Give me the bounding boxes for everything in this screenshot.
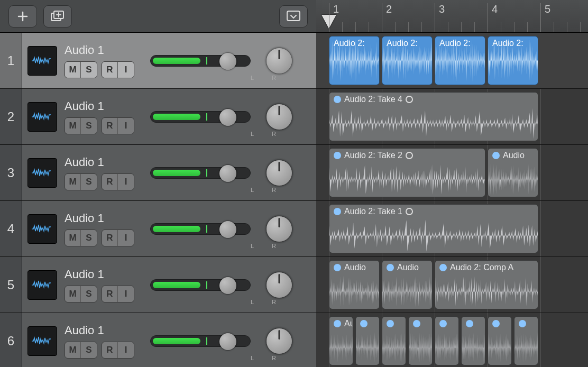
audio-clip[interactable]: Audio 2: xyxy=(329,36,380,85)
volume-fader[interactable] xyxy=(150,223,251,235)
solo-button[interactable]: S xyxy=(81,62,97,78)
input-button[interactable]: I xyxy=(118,62,134,78)
pan-label-left: L xyxy=(251,75,254,81)
fader-knob[interactable] xyxy=(219,277,236,294)
solo-button[interactable]: S xyxy=(81,230,97,246)
track-name[interactable]: Audio 1 xyxy=(65,99,134,113)
audio-clip[interactable]: Audio 2: xyxy=(382,36,433,85)
clip-label: Audio 2: Take 1 xyxy=(344,207,402,216)
arrange-row[interactable]: Audio 2: Take 2Audio xyxy=(316,145,588,201)
add-group-button[interactable] xyxy=(43,5,72,27)
mute-button[interactable]: M xyxy=(65,62,81,78)
track-row[interactable]: 4Audio 1MSRILR xyxy=(0,201,316,257)
mute-button[interactable]: M xyxy=(65,342,81,358)
volume-fader[interactable] xyxy=(150,55,251,67)
audio-clip[interactable]: Audio xyxy=(382,260,433,309)
pan-label-left: L xyxy=(251,299,254,305)
input-button[interactable]: I xyxy=(118,118,134,134)
input-button[interactable]: I xyxy=(118,174,134,190)
track-name[interactable]: Audio 1 xyxy=(65,324,134,337)
track-row[interactable]: 3Audio 1MSRILR xyxy=(0,145,316,201)
mute-button[interactable]: M xyxy=(65,286,81,302)
audio-clip[interactable]: Audio 2: Take 1 xyxy=(329,204,538,253)
pan-knob[interactable] xyxy=(267,328,292,354)
solo-button[interactable]: S xyxy=(81,174,97,190)
audio-clip[interactable]: Audio xyxy=(329,260,380,309)
add-track-button[interactable] xyxy=(8,5,37,27)
audio-clip[interactable]: Au xyxy=(329,316,353,365)
waveform xyxy=(488,331,511,365)
pan-knob[interactable] xyxy=(267,104,292,130)
clip-label: Audio 2: Take 4 xyxy=(344,95,402,104)
track-row[interactable]: 6Audio 1MSRILR xyxy=(0,313,316,367)
input-button[interactable]: I xyxy=(118,342,134,358)
pan-label-right: R xyxy=(272,131,276,137)
volume-fader[interactable] xyxy=(150,167,251,179)
input-button[interactable]: I xyxy=(118,230,134,246)
clip-label: Audio xyxy=(503,151,525,160)
volume-fader[interactable] xyxy=(150,111,251,123)
record-button[interactable]: R xyxy=(102,342,118,358)
view-menu-button[interactable] xyxy=(279,5,308,27)
audio-clip[interactable] xyxy=(382,316,406,365)
audio-clip[interactable]: Audio 2: Take 4 xyxy=(329,92,538,141)
track-name[interactable]: Audio 1 xyxy=(65,155,134,169)
input-button[interactable]: I xyxy=(118,286,134,302)
audio-clip[interactable]: Audio 2: Comp A xyxy=(435,260,538,309)
fader-knob[interactable] xyxy=(219,165,236,182)
audio-clip[interactable] xyxy=(435,316,459,365)
arrange-row[interactable]: Audio 2: Take 1 xyxy=(316,201,588,257)
record-button[interactable]: R xyxy=(102,174,118,190)
arrange-row[interactable]: Audio 2:Audio 2:Audio 2:Audio 2: xyxy=(316,33,588,89)
fader-knob[interactable] xyxy=(219,333,236,350)
arrange-row[interactable]: AudioAudioAudio 2: Comp A xyxy=(316,257,588,313)
track-name[interactable]: Audio 1 xyxy=(65,268,134,281)
take-dot-icon xyxy=(334,208,341,215)
mute-button[interactable]: M xyxy=(65,174,81,190)
mute-button[interactable]: M xyxy=(65,118,81,134)
fader-knob[interactable] xyxy=(219,109,236,126)
waveform xyxy=(488,162,538,197)
pan-knob[interactable] xyxy=(267,160,292,186)
take-dot-icon xyxy=(334,96,341,103)
track-row[interactable]: 1Audio 1MSRILR xyxy=(0,33,316,89)
waveform xyxy=(329,218,538,253)
audio-clip[interactable] xyxy=(514,316,538,365)
arrange-area[interactable]: Audio 2:Audio 2:Audio 2:Audio 2:Audio 2:… xyxy=(316,33,588,367)
track-row[interactable]: 2Audio 1MSRILR xyxy=(0,89,316,145)
timeline-ruler[interactable]: 12345 xyxy=(316,0,588,33)
solo-button[interactable]: S xyxy=(81,342,97,358)
track-row[interactable]: 5Audio 1MSRILR xyxy=(0,257,316,313)
record-button[interactable]: R xyxy=(102,286,118,302)
waveform xyxy=(409,331,432,365)
take-dot-icon xyxy=(334,264,341,271)
audio-clip[interactable] xyxy=(355,316,380,365)
solo-button[interactable]: S xyxy=(81,286,97,302)
waveform xyxy=(329,36,379,85)
pan-knob[interactable] xyxy=(267,272,292,298)
arrange-row[interactable]: Audio 2: Take 4 xyxy=(316,89,588,145)
record-button[interactable]: R xyxy=(102,62,118,78)
pan-knob[interactable] xyxy=(267,216,292,242)
track-name[interactable]: Audio 1 xyxy=(65,43,134,57)
solo-button[interactable]: S xyxy=(81,118,97,134)
mute-button[interactable]: M xyxy=(65,230,81,246)
audio-clip[interactable]: Audio xyxy=(488,148,538,197)
arrange-row[interactable]: Au xyxy=(316,313,588,367)
audio-clip[interactable]: Audio 2: Take 2 xyxy=(329,148,485,197)
audio-clip[interactable] xyxy=(488,316,512,365)
volume-fader[interactable] xyxy=(150,279,251,291)
record-button[interactable]: R xyxy=(102,230,118,246)
track-name[interactable]: Audio 1 xyxy=(65,212,134,225)
take-dot-icon xyxy=(413,320,420,327)
audio-clip[interactable] xyxy=(461,316,485,365)
waveform xyxy=(329,331,353,365)
audio-clip[interactable]: Audio 2: xyxy=(488,36,538,85)
record-button[interactable]: R xyxy=(102,118,118,134)
volume-fader[interactable] xyxy=(150,335,251,347)
audio-clip[interactable]: Audio 2: xyxy=(435,36,485,85)
fader-knob[interactable] xyxy=(219,221,236,238)
pan-knob[interactable] xyxy=(267,48,292,74)
audio-clip[interactable] xyxy=(408,316,433,365)
fader-knob[interactable] xyxy=(219,53,236,70)
